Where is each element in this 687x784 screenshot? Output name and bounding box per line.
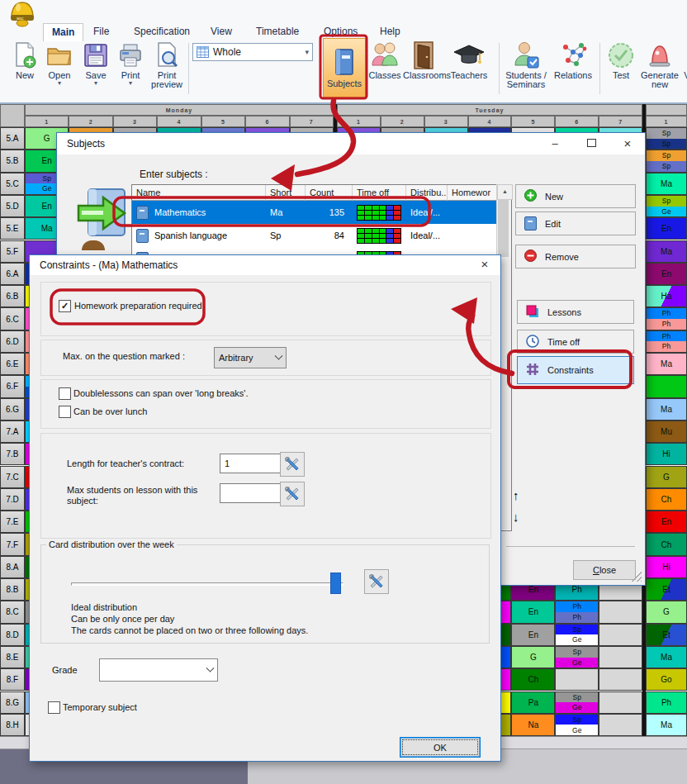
timetable-cell[interactable]: Ha <box>646 285 687 307</box>
timetable-cell[interactable] <box>599 624 642 646</box>
timetable-cell[interactable]: Ch <box>646 488 687 511</box>
timetable-subcell[interactable]: Sp <box>647 196 686 207</box>
timetable-cell[interactable]: Ch <box>511 668 555 691</box>
timetable-cell[interactable]: Hi <box>646 556 687 578</box>
test-button[interactable]: Test <box>604 40 637 99</box>
temporary-subject-checkbox[interactable] <box>48 701 60 714</box>
new-subject-button[interactable]: New <box>515 184 636 208</box>
subjects-button[interactable]: Subjects <box>323 38 366 97</box>
time-off-button[interactable]: Time off <box>517 330 634 354</box>
class-row-label[interactable]: 7.C <box>0 466 25 488</box>
distribution-tools-button[interactable] <box>364 569 389 594</box>
timetable-cell[interactable]: SpSp <box>646 127 687 150</box>
generate-new-button[interactable]: Generate new <box>639 40 680 99</box>
timetable-cell[interactable] <box>599 668 642 691</box>
homework-checkbox[interactable]: ✓ <box>59 300 71 312</box>
class-row-label[interactable]: 5.C <box>0 173 25 195</box>
timetable-subcell[interactable]: Sp <box>647 139 686 150</box>
open-button[interactable]: Open ▾ <box>41 40 78 99</box>
class-row-label[interactable]: 8.F <box>0 668 25 691</box>
max-students-tools-button[interactable] <box>280 482 305 506</box>
timetable-subcell[interactable]: Ph <box>647 308 686 319</box>
class-row-label[interactable]: 5.E <box>0 217 25 240</box>
class-row-label[interactable]: 5.B <box>0 150 25 172</box>
subjects-column-header[interactable]: Count <box>306 185 353 201</box>
timetable-cell[interactable]: Ma <box>646 353 687 375</box>
timetable-cell[interactable]: Hi <box>646 443 687 465</box>
scrollbar-thumb[interactable] <box>498 199 509 257</box>
class-row-label[interactable]: 6.D <box>0 330 25 353</box>
grade-select[interactable] <box>99 658 218 682</box>
subjects-column-header[interactable]: Time off <box>353 185 406 201</box>
contract-input[interactable]: 1 <box>220 454 281 473</box>
timetable-subcell[interactable]: Sp <box>647 150 686 161</box>
timetable-cell[interactable]: Et <box>646 624 687 646</box>
timetable-cell[interactable]: Ma <box>646 173 687 195</box>
class-row-label[interactable]: 6.A <box>0 263 25 285</box>
teachers-button[interactable]: Teachers <box>449 40 489 99</box>
save-dropdown-arrow[interactable]: ▾ <box>78 80 114 87</box>
timetable-subcell[interactable]: Ph <box>556 612 598 623</box>
class-row-label[interactable]: 6.G <box>0 398 25 421</box>
class-row-label[interactable]: 5.A <box>0 127 25 150</box>
timetable-cell[interactable]: Ma <box>646 714 687 736</box>
open-dropdown-arrow[interactable]: ▾ <box>41 80 78 87</box>
timetable-subcell[interactable]: Sp <box>556 647 598 658</box>
class-row-label[interactable]: 5.F <box>0 240 25 263</box>
class-row-label[interactable]: 6.C <box>0 307 25 330</box>
timetable-cell[interactable]: G <box>511 646 555 668</box>
print-button[interactable]: Print ▾ <box>112 40 149 99</box>
classrooms-button[interactable]: Classrooms <box>403 40 446 99</box>
clipped-toolbar-button[interactable]: V <box>679 40 687 99</box>
double-lessons-checkbox[interactable] <box>59 387 71 400</box>
timetable-cell[interactable]: SpGe <box>555 691 599 714</box>
timetable-cell[interactable]: En <box>511 624 555 646</box>
over-lunch-checkbox[interactable] <box>59 406 71 418</box>
class-row-label[interactable]: 7.F <box>0 533 25 555</box>
timetable-cell[interactable]: Go <box>646 668 687 691</box>
timetable-cell[interactable]: G <box>646 466 687 488</box>
close-icon[interactable]: × <box>617 136 638 151</box>
class-row-label[interactable]: 7.B <box>0 443 25 465</box>
timetable-subcell[interactable]: Ge <box>647 207 686 217</box>
timetable-cell[interactable]: En <box>646 217 687 240</box>
resize-grip[interactable] <box>632 572 642 582</box>
remove-subject-button[interactable]: Remove <box>515 245 636 268</box>
distribution-slider-thumb[interactable] <box>330 573 341 594</box>
timetable-cell[interactable] <box>599 714 642 736</box>
print-dropdown-arrow[interactable]: ▾ <box>112 80 149 87</box>
print-preview-button[interactable]: Print preview <box>147 40 187 99</box>
class-row-label[interactable]: 8.E <box>0 646 25 668</box>
contract-tools-button[interactable] <box>280 452 305 477</box>
minimize-button[interactable]: – <box>544 136 566 151</box>
class-row-label[interactable]: 8.G <box>0 691 25 714</box>
timetable-subcell[interactable]: Ph <box>647 331 686 342</box>
class-row-label[interactable]: 6.F <box>0 375 25 397</box>
timetable-cell[interactable] <box>555 668 599 691</box>
timetable-cell[interactable]: Ma <box>646 646 687 668</box>
timetable-cell[interactable]: SpGe <box>555 646 599 668</box>
subjects-column-header[interactable]: Distribu... <box>406 185 448 201</box>
timetable-cell[interactable]: Pa <box>511 691 555 714</box>
class-row-label[interactable]: 6.E <box>0 353 25 375</box>
timetable-subcell[interactable]: Ph <box>556 601 598 612</box>
subjects-column-header[interactable]: Short <box>266 185 306 201</box>
timetable-cell[interactable]: Ph <box>646 691 687 714</box>
tab-view[interactable]: View <box>202 23 240 40</box>
class-row-label[interactable]: 7.E <box>0 511 25 533</box>
timetable-cell[interactable]: Ch <box>646 533 687 555</box>
subjects-column-header[interactable]: Name <box>132 185 266 201</box>
timetable-cell[interactable] <box>599 601 642 623</box>
tab-timetable[interactable]: Timetable <box>248 23 307 40</box>
timetable-cell[interactable]: Na <box>511 714 555 736</box>
class-row-label[interactable]: 7.A <box>0 421 25 443</box>
timetable-cell[interactable] <box>599 691 642 714</box>
close-button[interactable]: Close <box>573 560 636 580</box>
lessons-button[interactable]: Lessons <box>517 300 634 324</box>
subjects-dialog-titlebar[interactable]: Subjects – × <box>57 133 645 154</box>
students-seminars-button[interactable]: Students / Seminars <box>502 40 550 99</box>
view-select[interactable]: Whole ▾ <box>192 43 313 61</box>
timetable-cell[interactable]: G <box>646 601 687 623</box>
timetable-subcell[interactable]: Ph <box>647 319 686 330</box>
tab-specification[interactable]: Specification <box>126 23 198 40</box>
